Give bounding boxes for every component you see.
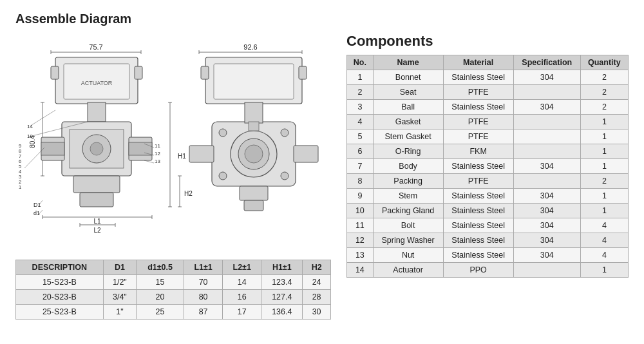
svg-text:H1: H1	[178, 153, 186, 160]
svg-text:1: 1	[19, 184, 21, 190]
comp-table-row: 4GasketPTFE1	[347, 115, 629, 129]
comp-table-cell: 304	[513, 248, 580, 263]
dimensions-table: DESCRIPTION D1 d1±0.5 L1±1 L2±1 H1±1 H2 …	[15, 260, 331, 320]
comp-header-name: Name	[373, 55, 443, 70]
comp-table-cell: 4	[580, 233, 628, 248]
comp-table-cell: Stainless Steel	[443, 218, 513, 233]
dim-table-cell: 15	[137, 275, 184, 290]
comp-table-row: 2SeatPTFE2	[347, 85, 629, 100]
svg-rect-85	[240, 186, 268, 200]
svg-rect-18	[88, 102, 106, 122]
svg-point-80	[245, 145, 263, 163]
svg-point-22	[90, 142, 103, 155]
comp-table-row: 9StemStainless Steel3041	[347, 189, 629, 204]
dim-table-cell: 25-S23-B	[16, 305, 104, 320]
svg-rect-10	[51, 66, 59, 79]
comp-table-cell: Packing	[373, 174, 443, 189]
comp-table-cell: 1	[580, 159, 628, 174]
svg-rect-83	[189, 146, 214, 162]
comp-table-cell: Bolt	[373, 218, 443, 233]
dim-header-desc: DESCRIPTION	[16, 260, 104, 275]
svg-rect-26	[129, 142, 152, 155]
dim-header-h2: H2	[303, 260, 331, 275]
svg-rect-70	[201, 66, 209, 79]
dim-header-d1: D1	[103, 260, 136, 275]
comp-table-row: 5Stem GasketPTFE1	[347, 129, 629, 144]
comp-table-cell: 2	[580, 174, 628, 189]
dim-header-l1: L1±1	[184, 260, 223, 275]
comp-table-cell: Nut	[373, 248, 443, 263]
page-title: Assemble Diagram	[15, 12, 629, 26]
svg-text:92.6: 92.6	[243, 43, 257, 51]
comp-table-cell: Seat	[373, 85, 443, 100]
svg-point-77	[281, 172, 289, 180]
comp-table-cell: 4	[347, 115, 374, 129]
dim-table-header-row: DESCRIPTION D1 d1±0.5 L1±1 L2±1 H1±1 H2	[16, 260, 331, 275]
comp-table-cell	[513, 85, 580, 100]
comp-table-cell: 2	[580, 70, 628, 85]
comp-header-spec: Specification	[513, 55, 580, 70]
dim-table-cell: 70	[184, 275, 223, 290]
svg-text:10: 10	[27, 133, 33, 139]
svg-rect-82	[249, 122, 259, 131]
comp-header-material: Material	[443, 55, 513, 70]
svg-rect-84	[294, 146, 318, 162]
comp-table-cell: PTFE	[443, 115, 513, 129]
dim-table-cell: 20	[137, 290, 184, 305]
comp-table-row: 12Spring WasherStainless Steel3044	[347, 233, 629, 248]
comp-table-cell: Stainless Steel	[443, 233, 513, 248]
diagram-section: 75.7 92.6 ACTUATOR 80.4	[15, 33, 331, 320]
comp-table-cell: PPO	[443, 263, 513, 278]
dim-header-l2: L2±1	[223, 260, 261, 275]
svg-text:11: 11	[155, 143, 160, 149]
comp-table-cell: Bonnet	[373, 70, 443, 85]
comp-table-cell: Stainless Steel	[443, 159, 513, 174]
comp-table-cell: 11	[347, 218, 374, 233]
dim-table-cell: 1"	[103, 305, 136, 320]
svg-rect-81	[245, 102, 263, 123]
comp-table-cell: 304	[513, 159, 580, 174]
dim-table-cell: 25	[137, 305, 184, 320]
comp-table-cell: PTFE	[443, 174, 513, 189]
dim-table-cell: 17	[223, 305, 261, 320]
svg-rect-24	[41, 142, 64, 155]
comp-table-cell: PTFE	[443, 85, 513, 100]
comp-table-cell: Packing Gland	[373, 204, 443, 218]
comp-table-cell: 14	[347, 263, 374, 278]
svg-text:75.7: 75.7	[89, 43, 102, 51]
dim-header-h1: H1±1	[261, 260, 303, 275]
dim-table-cell: 1/2"	[103, 275, 136, 290]
comp-table-cell: 13	[347, 248, 374, 263]
svg-rect-59	[73, 176, 120, 193]
dim-table-row: 20-S23-B3/4"208016127.428	[16, 290, 331, 305]
components-table: No. Name Material Specification Quantity…	[346, 55, 629, 278]
svg-rect-72	[214, 64, 294, 99]
comp-table-cell: 1	[580, 129, 628, 144]
comp-table-row: 1BonnetStainless Steel3042	[347, 70, 629, 85]
svg-text:D1: D1	[33, 202, 41, 208]
comp-table-cell: 304	[513, 189, 580, 204]
comp-table-cell: 7	[347, 159, 374, 174]
comp-table-cell	[513, 129, 580, 144]
svg-text:ACTUATOR: ACTUATOR	[81, 80, 113, 86]
comp-table-cell: 5	[347, 129, 374, 144]
comp-table-row: 14ActuatorPPO1	[347, 263, 629, 278]
comp-table-cell: 10	[347, 204, 374, 218]
comp-table-cell: Stainless Steel	[443, 248, 513, 263]
comp-header-no: No.	[347, 55, 374, 70]
comp-table-cell: 4	[580, 248, 628, 263]
svg-point-76	[219, 172, 227, 180]
dim-table-cell: 136.4	[261, 305, 303, 320]
comp-table-cell: 304	[513, 218, 580, 233]
dim-table-cell: 20-S23-B	[16, 290, 104, 305]
comp-table-cell: Stainless Steel	[443, 189, 513, 204]
comp-table-cell: Ball	[373, 100, 443, 115]
comp-table-cell: Spring Washer	[373, 233, 443, 248]
comp-table-cell: 304	[513, 70, 580, 85]
dim-table-cell: 24	[303, 275, 331, 290]
comp-table-row: 3BallStainless Steel3042	[347, 100, 629, 115]
comp-header-qty: Quantity	[580, 55, 628, 70]
comp-table-cell: 2	[580, 100, 628, 115]
comp-table-row: 13NutStainless Steel3044	[347, 248, 629, 263]
svg-rect-71	[299, 66, 307, 79]
